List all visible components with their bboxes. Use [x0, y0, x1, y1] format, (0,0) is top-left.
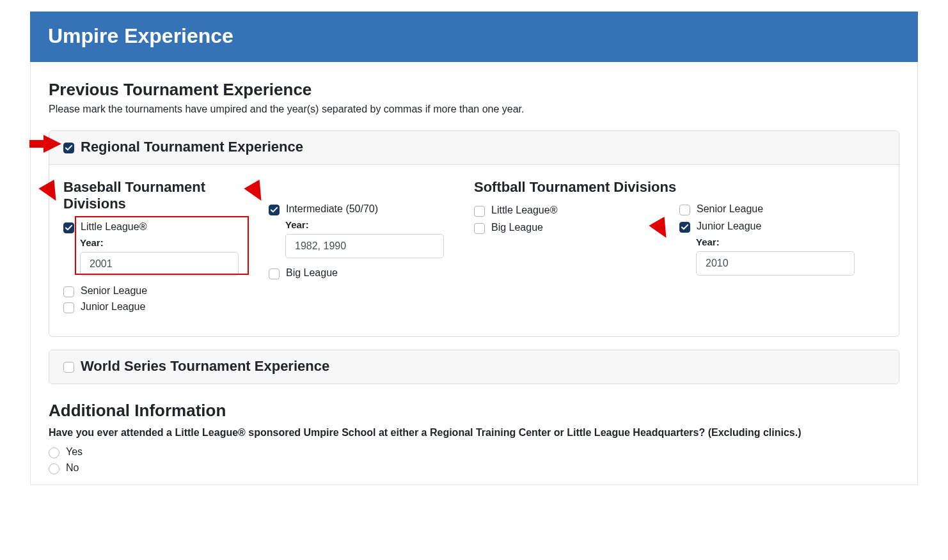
baseball-intermediate-label: Intermediate (50/70) [286, 203, 378, 215]
softball-column: Softball Tournament Divisions Little Lea… [474, 179, 885, 317]
baseball-little-league-year-input[interactable] [80, 252, 239, 276]
baseball-senior-league-row: Senior League [63, 285, 269, 297]
umpire-school-question: Have you ever attended a Little League® … [49, 427, 899, 439]
softball-big-league-row: Big League [474, 222, 679, 234]
baseball-little-league-year-block: Year: [80, 237, 269, 276]
world-series-heading: World Series Tournament Experience [81, 358, 329, 375]
softball-little-league-label: Little League® [491, 205, 557, 216]
baseball-big-league-label: Big League [286, 267, 338, 279]
softball-junior-league-year-input[interactable] [696, 251, 855, 276]
baseball-junior-league-row: Junior League [63, 301, 269, 313]
softball-junior-league-year-block: Year: [696, 237, 885, 276]
additional-info-title: Additional Information [49, 401, 899, 421]
regional-panel-body: Baseball Tournament Divisions Little Lea… [49, 165, 899, 336]
softball-subcol-2: Senior League Junior League Year: [679, 179, 885, 317]
previous-experience-desc: Please mark the tournaments have umpired… [49, 104, 899, 115]
baseball-senior-league-label: Senior League [81, 285, 147, 297]
baseball-little-league-row: Little League® [63, 221, 269, 233]
world-series-checkbox[interactable] [63, 362, 74, 373]
regional-panel: Regional Tournament Experience Baseball … [49, 130, 899, 337]
umpire-school-no-label: No [66, 462, 79, 474]
page-title-bar: Umpire Experience [30, 12, 918, 62]
baseball-intermediate-year-block: Year: [285, 219, 474, 258]
regional-heading: Regional Tournament Experience [81, 139, 303, 155]
softball-big-league-checkbox[interactable] [474, 223, 485, 234]
world-series-panel-header[interactable]: World Series Tournament Experience [49, 350, 899, 384]
annotation-arrow-regional [43, 135, 61, 153]
baseball-intermediate-year-label: Year: [285, 219, 474, 230]
umpire-school-yes-radio[interactable] [49, 447, 59, 458]
softball-junior-league-year-label: Year: [696, 237, 885, 247]
baseball-intermediate-row: Intermediate (50/70) [269, 203, 474, 215]
softball-senior-league-checkbox[interactable] [679, 205, 690, 215]
page-container: Umpire Experience Previous Tournament Ex… [0, 0, 948, 485]
baseball-big-league-checkbox[interactable] [269, 268, 280, 279]
softball-little-league-checkbox[interactable] [474, 206, 485, 217]
baseball-senior-league-checkbox[interactable] [63, 286, 74, 297]
softball-big-league-label: Big League [491, 222, 543, 233]
softball-junior-league-checkbox[interactable] [679, 222, 690, 233]
baseball-intermediate-year-input[interactable] [285, 234, 444, 258]
baseball-little-league-checkbox[interactable] [63, 222, 74, 233]
baseball-junior-league-checkbox[interactable] [63, 302, 74, 313]
baseball-junior-league-label: Junior League [81, 301, 145, 313]
form-body: Previous Tournament Experience Please ma… [30, 62, 918, 485]
world-series-panel: World Series Tournament Experience [49, 350, 899, 384]
baseball-title: Baseball Tournament Divisions [63, 179, 269, 212]
umpire-school-no-row: No [49, 462, 899, 474]
baseball-little-league-year-label: Year: [80, 237, 269, 248]
umpire-school-yes-label: Yes [66, 446, 83, 458]
softball-junior-league-row: Junior League [679, 221, 885, 233]
regional-panel-header[interactable]: Regional Tournament Experience [49, 131, 899, 165]
baseball-intermediate-checkbox[interactable] [269, 205, 280, 215]
baseball-subcol-1: Baseball Tournament Divisions Little Lea… [63, 179, 269, 317]
softball-senior-league-row: Senior League [679, 203, 885, 215]
baseball-subcol-2: Intermediate (50/70) Year: Big League [269, 179, 474, 317]
baseball-big-league-row: Big League [269, 267, 474, 279]
page-title: Umpire Experience [48, 24, 233, 47]
softball-little-league-row: Little League® [474, 205, 679, 217]
umpire-school-no-radio[interactable] [49, 463, 59, 474]
softball-title: Softball Tournament Divisions [474, 179, 679, 196]
softball-subcol-1: Softball Tournament Divisions Little Lea… [474, 179, 679, 317]
baseball-little-league-label: Little League® [81, 221, 146, 233]
softball-junior-league-label: Junior League [697, 221, 761, 232]
baseball-column: Baseball Tournament Divisions Little Lea… [63, 179, 474, 317]
umpire-school-yes-row: Yes [49, 446, 899, 458]
regional-checkbox[interactable] [63, 143, 74, 153]
softball-senior-league-label: Senior League [697, 203, 763, 215]
previous-experience-title: Previous Tournament Experience [49, 80, 899, 100]
